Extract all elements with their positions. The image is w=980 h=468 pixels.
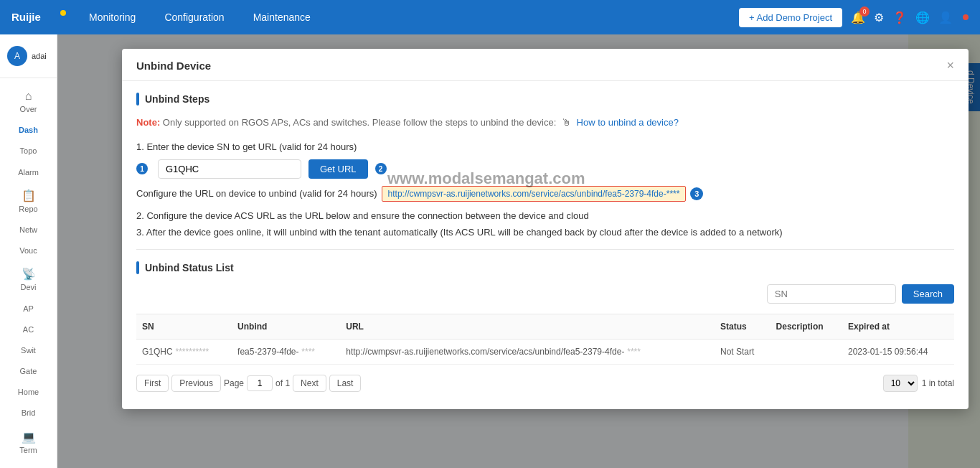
sidebar-item-netw[interactable]: Netw [0,220,57,240]
settings-icon[interactable]: ⚙ [874,11,884,24]
search-button[interactable]: Search [902,284,954,304]
logo: Ruijie [11,6,66,28]
step3-badge: 3 [690,187,703,200]
sidebar-item-alarm[interactable]: Alarm [0,162,57,183]
cell-description [771,339,842,364]
sidebar-label-term: Term [19,446,37,455]
how-to-link[interactable]: How to unbind a device? [577,117,679,128]
unbind-steps-section-header: Unbind Steps [136,93,954,106]
status-search-row: Search [136,284,954,304]
col-sn: SN [136,314,232,339]
sidebar-label-gate: Gate [20,367,37,376]
sidebar-label-ap: AP [23,304,34,314]
help-icon-inline: 🖱 [562,117,571,128]
col-status: Status [715,314,771,339]
sidebar-item-came[interactable]: Came [0,461,57,468]
sidebar-item-devi[interactable]: 📡 Devi [0,261,57,298]
layout: A adai ⌂ Over Dash Topo Alarm 📋 Repo Net… [0,34,980,468]
cell-status: Not Start [715,339,771,364]
unbind-status-table: SN Unbind URL Status Description Expired… [136,314,954,365]
sidebar-label-repo: Repo [19,205,37,214]
sidebar-item-repo[interactable]: 📋 Repo [0,183,57,220]
sidebar-user: A adai [0,40,57,78]
unbind-status-section-header: Unbind Status List [136,261,954,274]
sidebar-item-ac[interactable]: AC [0,319,57,340]
unbind-blurred: **** [301,347,315,357]
table-row: G1QHC ********** fea5-2379-4fde- **** ht… [136,339,954,364]
configure-url-text: Configure the URL on device to unbind (v… [136,188,377,199]
navbar: Ruijie Monitoring Configuration Maintena… [0,0,980,34]
modal: Unbind Device × Unbind Steps Note: Only … [122,49,969,409]
sidebar-item-home[interactable]: Home [0,382,57,403]
logo-dot [60,10,66,16]
sidebar-label-brid: Brid [22,408,36,418]
sidebar-label-ac: AC [23,325,34,334]
nav-maintenance[interactable]: Maintenance [248,9,316,26]
cell-unbind: fea5-2379-4fde- **** [232,339,340,364]
sidebar-item-gate[interactable]: Gate [0,361,57,382]
sidebar-item-overview[interactable]: ⌂ Over [0,84,57,120]
cell-url: http://cwmpsvr-as.ruijienetworks.com/ser… [340,339,715,364]
sidebar-item-swit[interactable]: Swit [0,340,57,361]
page-input[interactable] [247,375,273,391]
last-page-button[interactable]: Last [329,375,362,392]
url-value-box: http://cwmpsvr-as.ruijienetworks.com/ser… [382,186,687,202]
modal-overlay: Unbind Device × Unbind Steps Note: Only … [57,34,980,468]
get-url-button[interactable]: Get URL [308,159,368,179]
first-page-button[interactable]: First [136,375,169,392]
note-label: Note: [136,117,160,128]
sidebar-label-swit: Swit [21,346,36,355]
user-icon[interactable]: 👤 [938,11,953,24]
modal-header: Unbind Device × [122,49,969,81]
url-row-blurred: **** [627,347,641,357]
sidebar-item-topo[interactable]: Topo [0,141,57,162]
col-unbind: Unbind [232,314,340,339]
navbar-actions: + Add Demo Project 🔔 0 ⚙ ❓ 🌐 👤 [739,8,969,27]
nav-configuration[interactable]: Configuration [159,9,230,26]
sn-search-input[interactable] [767,284,896,304]
pagination-row: First Previous Page of 1 Next Last 10 20 [136,375,954,398]
note-content: Only supported on RGOS APs, ACs and swit… [163,117,556,128]
url-display-row: Configure the URL on device to unbind (v… [136,186,954,202]
sidebar-item-dash[interactable]: Dash [0,120,57,141]
devi-icon: 📡 [22,267,36,281]
unbind-steps-title: Unbind Steps [145,93,209,105]
sidebar: A adai ⌂ Over Dash Topo Alarm 📋 Repo Net… [0,34,57,468]
add-demo-button[interactable]: + Add Demo Project [739,8,842,27]
step1-badge: 1 [136,163,148,174]
col-expired-at: Expired at [842,314,954,339]
sidebar-item-brid[interactable]: Brid [0,403,57,423]
sidebar-item-term[interactable]: 💻 Term [0,424,57,461]
sidebar-username: adai [32,52,47,60]
sidebar-label-alarm: Alarm [18,168,39,177]
sidebar-label-vouc: Vouc [19,246,37,256]
url-row-value: http://cwmpsvr-as.ruijienetworks.com/ser… [346,347,624,357]
modal-close-button[interactable]: × [946,59,954,72]
cell-expired-at: 2023-01-15 09:56:44 [842,339,954,364]
step3-text: 3. After the device goes online, it will… [136,227,954,238]
next-page-button[interactable]: Next [293,375,326,392]
prev-page-button[interactable]: Previous [171,375,221,392]
sidebar-label-overview: Over [20,105,37,114]
sidebar-label-home: Home [18,388,39,397]
nav-monitoring[interactable]: Monitoring [83,9,141,26]
sidebar-item-ap[interactable]: AP [0,299,57,319]
navbar-nav: Monitoring Configuration Maintenance [83,9,722,26]
step2-text: 2. Configure the device ACS URL as the U… [136,210,954,221]
modal-title: Unbind Device [136,60,211,72]
sidebar-item-vouc[interactable]: Vouc [0,240,57,261]
cell-sn: G1QHC ********** [136,339,232,364]
unbind-value: fea5-2379-4fde- [237,347,298,357]
globe-icon[interactable]: 🌐 [915,11,930,24]
notification-icon[interactable]: 🔔 0 [851,11,865,24]
col-url: URL [340,314,715,339]
svg-text:Ruijie: Ruijie [11,11,41,23]
page-size-select[interactable]: 10 20 50 [883,375,918,392]
table-body: G1QHC ********** fea5-2379-4fde- **** ht… [136,339,954,364]
main-content: d Device Hanka Jl. Nam Jl. Anggur ubur J… [57,34,980,468]
sidebar-label-devi: Devi [20,283,36,292]
step2-badge: 2 [375,163,387,174]
help-icon[interactable]: ❓ [892,11,907,24]
sn-input[interactable] [158,159,301,179]
sidebar-label-netw: Netw [19,225,37,235]
